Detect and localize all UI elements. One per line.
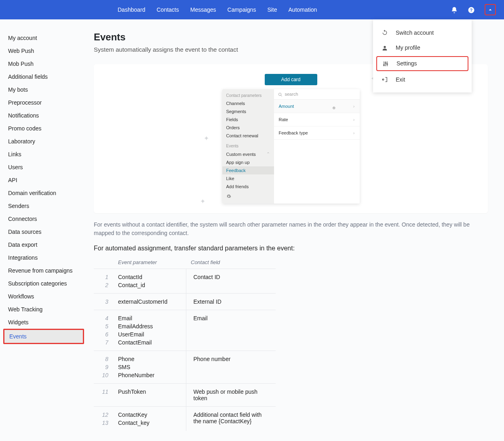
row-number: 13: [94, 419, 113, 431]
row-number: 8: [94, 351, 113, 363]
nav-automation[interactable]: Automation: [289, 6, 317, 13]
svg-point-5: [387, 63, 388, 65]
nav-site[interactable]: Site: [267, 6, 277, 13]
sidebar-item-revenue-from-campaigns[interactable]: Revenue from campaigns: [3, 264, 84, 277]
nav-contacts[interactable]: Contacts: [157, 6, 179, 13]
dropdown-label: My profile: [396, 44, 420, 51]
sidebar-item-users[interactable]: Users: [3, 161, 84, 174]
sidebar-item-subscription-categories[interactable]: Subscription categories: [3, 277, 84, 290]
add-card-button[interactable]: Add card: [265, 74, 317, 85]
event-parameter: externalCustomerId: [113, 294, 186, 310]
illus-right-rate[interactable]: Rate›: [274, 113, 360, 126]
user-icon: [381, 44, 388, 51]
top-nav: Dashboard Contacts Messages Campaigns Si…: [118, 6, 317, 13]
event-parameter: ContactId: [113, 269, 186, 281]
sidebar-item-my-account[interactable]: My account: [3, 32, 84, 44]
user-menu-toggle[interactable]: [485, 4, 496, 15]
sidebar-item-additional-fields[interactable]: Additional fields: [3, 70, 84, 83]
table-row: 3externalCustomerIdExternal ID: [94, 294, 276, 310]
sidebar-item-domain-verification[interactable]: Domain verification: [3, 187, 84, 200]
table-row: 12ContactKeyAdditional contact field wit…: [94, 407, 276, 419]
illus-item-orders[interactable]: Orders: [222, 124, 274, 132]
illus-item-custom-events[interactable]: Custom events⌃: [222, 150, 274, 158]
chevron-right-icon: ›: [353, 117, 355, 122]
sidebar-item-widgets[interactable]: Widgets: [3, 316, 84, 329]
sidebar-item-workflows[interactable]: Workflows: [3, 290, 84, 303]
contact-field: External ID: [186, 294, 276, 310]
row-number: 3: [94, 294, 113, 310]
sidebar-item-links[interactable]: Links: [3, 148, 84, 161]
user-dropdown: Switch account My profile Settings Exit: [373, 19, 472, 92]
note-text: For events without a contact identifier,…: [94, 220, 488, 237]
contact-field: Contact ID: [186, 269, 276, 294]
event-parameter: ContactKey: [113, 407, 186, 419]
nav-campaigns[interactable]: Campaigns: [228, 6, 256, 13]
top-right-icons: ?: [451, 4, 496, 15]
help-icon[interactable]: ?: [468, 6, 475, 14]
table-header-param: Event parameter: [113, 256, 186, 269]
bell-icon[interactable]: [451, 6, 458, 14]
dropdown-settings[interactable]: Settings: [376, 56, 468, 71]
dropdown-my-profile[interactable]: My profile: [373, 40, 472, 55]
illus-group-label: Contact parameters: [222, 92, 274, 99]
cursor-icon: [332, 105, 337, 111]
sidebar-item-mob-push[interactable]: Mob Push: [3, 57, 84, 70]
nav-messages[interactable]: Messages: [190, 6, 216, 13]
illus-right-panel: search Amount› Rate› Feedback type›: [274, 89, 360, 204]
illus-item-add-friends[interactable]: Add friends: [222, 183, 274, 191]
event-parameter: SMS: [113, 363, 186, 371]
sidebar-item-data-export[interactable]: Data export: [3, 238, 84, 251]
dropdown-exit[interactable]: Exit: [373, 72, 472, 87]
illus-item-feedback[interactable]: Feedback: [222, 166, 274, 174]
svg-point-7: [333, 107, 334, 108]
sidebar-item-senders[interactable]: Senders: [3, 200, 84, 212]
row-number: 4: [94, 310, 113, 323]
illus-right-feedback-type[interactable]: Feedback type›: [274, 126, 360, 140]
illus-search[interactable]: search: [274, 89, 360, 100]
illus-left-panel: Contact parameters Channels Segments Fie…: [222, 89, 274, 204]
illus-item-segments[interactable]: Segments: [222, 107, 274, 116]
illus-item-app-signup[interactable]: App sign up: [222, 158, 274, 166]
dropdown-label: Exit: [396, 76, 405, 83]
sidebar-item-preprocessor[interactable]: Preprocessor: [3, 96, 84, 109]
gear-icon[interactable]: [222, 191, 274, 201]
sidebar-item-my-bots[interactable]: My bots: [3, 83, 84, 96]
sidebar-item-laboratory[interactable]: Laboratory: [3, 135, 84, 148]
table-row: 11PushTokenWeb push or mobile push token: [94, 384, 276, 407]
sidebar-item-api[interactable]: API: [3, 174, 84, 187]
illus-item-like[interactable]: Like: [222, 174, 274, 183]
row-number: 5: [94, 322, 113, 330]
topbar: Dashboard Contacts Messages Campaigns Si…: [0, 0, 504, 19]
illus-right-amount[interactable]: Amount›: [274, 100, 360, 113]
sparkle-icon: ✦: [204, 134, 209, 142]
svg-point-4: [385, 63, 386, 64]
sidebar-item-promo-codes[interactable]: Promo codes: [3, 122, 84, 135]
illus-item-channels[interactable]: Channels: [222, 99, 274, 107]
sidebar-item-data-sources[interactable]: Data sources: [3, 225, 84, 238]
sidebar-item-notifications[interactable]: Notifications: [3, 109, 84, 122]
sidebar-item-web-push[interactable]: Web Push: [3, 44, 84, 57]
contact-field: Web push or mobile push token: [186, 384, 276, 407]
row-number: 1: [94, 269, 113, 281]
event-parameter: Email: [113, 310, 186, 323]
svg-point-3: [384, 65, 385, 66]
refresh-icon: [381, 29, 388, 36]
row-number: 9: [94, 363, 113, 371]
contact-field: Additional contact field with the name {…: [186, 407, 276, 431]
dropdown-switch-account[interactable]: Switch account: [373, 25, 472, 40]
illus-item-fields[interactable]: Fields: [222, 116, 274, 124]
sparkle-icon: ✦: [200, 197, 205, 205]
sidebar-item-integrations[interactable]: Integrations: [3, 251, 84, 264]
row-number: 2: [94, 281, 113, 294]
exit-icon: [381, 76, 388, 83]
event-parameter: EmailAddress: [113, 322, 186, 330]
contact-field: Email: [186, 310, 276, 351]
table-row: 8PhonePhone number: [94, 351, 276, 363]
sidebar-item-events[interactable]: Events: [3, 329, 84, 344]
sidebar-item-connectors[interactable]: Connectors: [3, 212, 84, 225]
nav-dashboard[interactable]: Dashboard: [118, 6, 146, 13]
illus-item-renewal[interactable]: Contact renewal: [222, 132, 274, 140]
sidebar-item-web-tracking[interactable]: Web Tracking: [3, 303, 84, 316]
config-illustration: ✦ ✦ ✦ Add card Contact parameters Channe…: [222, 74, 360, 204]
svg-point-6: [278, 93, 281, 95]
